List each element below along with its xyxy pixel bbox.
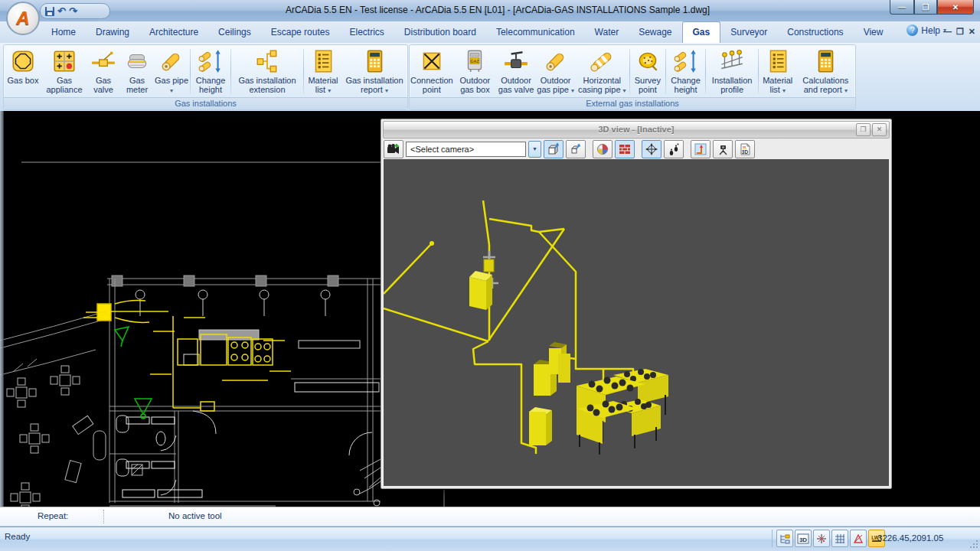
extension-icon [254, 48, 280, 74]
3d-view-toolbar: <Select camera> ▼ [384, 139, 889, 158]
select-camera-dropdown[interactable]: <Select camera> [406, 142, 526, 157]
grid-toggle[interactable] [831, 530, 848, 547]
undo-button[interactable]: ↶ [57, 5, 66, 18]
gas-pipe-button[interactable]: Gas pipe ▾ [154, 45, 189, 98]
dropdown-caret-icon: ▾ [782, 87, 786, 94]
ribbon: Gas box Gas appliance Gas valve Gas mete… [0, 43, 980, 112]
material-list-button[interactable]: Material list ▾ [305, 45, 341, 98]
footsteps-icon [668, 143, 679, 155]
change-height-button-external[interactable]: Change height [667, 45, 705, 98]
arcadia-app-window: { "window": { "title": "ArCADia 5.5 EN -… [0, 0, 980, 551]
color-sphere-icon [596, 143, 609, 155]
status-message: Ready [5, 532, 30, 541]
gas-meter-icon [124, 48, 150, 74]
tab-constructions[interactable]: Constructions [777, 21, 853, 43]
tab-electrics[interactable]: Electrics [339, 21, 394, 43]
gas-valve-button[interactable]: Gas valve [87, 45, 120, 98]
tab-home[interactable]: Home [41, 21, 86, 43]
help-menu[interactable]: ? Help ▾ [906, 24, 946, 36]
outdoor-gas-valve-button[interactable]: Outdoor gas valve [496, 45, 536, 98]
minimize-button[interactable]: — [890, 0, 914, 15]
render-colors-button[interactable] [593, 140, 612, 158]
material-list-button-external[interactable]: Material list ▾ [760, 45, 796, 98]
tab-distribution-board[interactable]: Distribution board [394, 21, 486, 43]
show-walls-button[interactable] [615, 140, 635, 158]
3d-view-title: 3D view - [Inactive] [384, 122, 889, 137]
tab-escape-routes[interactable]: Escape routes [261, 21, 340, 43]
gas-pipe-icon [158, 48, 185, 74]
doc-close-button[interactable]: ✕ [969, 24, 975, 38]
ribbon-tab-row: Home Drawing Architecture Ceilings Escap… [0, 21, 980, 43]
3d-view-title-bar[interactable]: 3D view - [Inactive] ❐ ✕ [383, 121, 890, 139]
cube-small-arrow-icon [570, 143, 582, 155]
snap-toggle[interactable] [813, 530, 830, 547]
walkthrough-button[interactable] [664, 140, 684, 158]
outdoor-gas-valve-icon [503, 48, 529, 74]
change-height-icon [198, 48, 224, 74]
tab-surveyor[interactable]: Surveyor [720, 21, 777, 43]
view-path-button[interactable] [691, 140, 710, 158]
connection-point-button[interactable]: Connection point [410, 45, 454, 98]
zoom-extents-button[interactable] [544, 140, 564, 158]
app-logo-button[interactable]: A [6, 2, 40, 35]
tab-telecommunication[interactable]: Telecommunication [486, 21, 585, 43]
maximize-button[interactable]: ❐ [914, 0, 937, 15]
3d-view-close-button[interactable]: ✕ [872, 123, 887, 136]
dropdown-caret-icon: ▾ [385, 87, 388, 94]
group-separator [629, 49, 630, 94]
horizontal-casing-pipe-button[interactable]: Horizontal casing pipe ▾ [575, 45, 629, 98]
help-label: Help [921, 25, 940, 36]
camera-spinner-button[interactable]: ▼ [528, 141, 541, 158]
installation-profile-button[interactable]: Installation profile [707, 45, 757, 98]
3d-viewport[interactable] [384, 159, 889, 486]
outdoor-gas-box-button[interactable]: Outdoor gas box [454, 45, 497, 98]
grid-icon [835, 533, 845, 544]
save-3d-icon: 3D [739, 143, 751, 155]
gas-installation-extension-button[interactable]: Gas installation extension [232, 45, 302, 98]
3d-view-toggle[interactable]: 3D [795, 530, 812, 547]
project-manager-toggle[interactable] [776, 530, 793, 547]
save-3d-view-button[interactable]: 3D [735, 140, 755, 158]
calculations-and-report-button[interactable]: Calculations and report ▾ [796, 45, 855, 98]
tab-drawing[interactable]: Drawing [86, 21, 139, 43]
camera-tripod-button[interactable] [713, 140, 733, 158]
status-bar: Ready 3D [0, 527, 980, 551]
add-camera-button[interactable] [384, 140, 403, 158]
tab-view[interactable]: View [854, 21, 893, 43]
3d-view-restore-button[interactable]: ❐ [856, 123, 871, 136]
canvas-left-edge [0, 111, 4, 507]
dropdown-caret-icon: ▾ [571, 87, 574, 94]
outdoor-gas-pipe-button[interactable]: Outdoor gas pipe ▾ [536, 45, 576, 98]
survey-point-icon [635, 48, 661, 74]
3d-view-window[interactable]: 3D view - [Inactive] ❐ ✕ <Select camera>… [381, 119, 892, 489]
tab-sewage[interactable]: Sewage [629, 21, 681, 43]
gas-appliance-button[interactable]: Gas appliance [42, 45, 87, 98]
tab-gas[interactable]: Gas [682, 21, 721, 43]
cursor-coordinates: 3226.45,2091.05 [877, 533, 943, 543]
tab-ceilings[interactable]: Ceilings [208, 21, 261, 43]
gas-box-button[interactable]: Gas box [4, 45, 42, 98]
project-tree-icon [779, 533, 790, 544]
close-button[interactable]: ✕ [937, 0, 974, 15]
gas-installation-report-button[interactable]: Gas installation report ▾ [341, 45, 407, 98]
tab-water[interactable]: Water [585, 21, 629, 43]
save-icon[interactable] [45, 7, 54, 16]
zoom-window-button[interactable] [566, 140, 586, 158]
dropdown-caret-icon: ▾ [844, 87, 848, 94]
redo-button[interactable]: ↷ [69, 5, 77, 18]
doc-minimize-button[interactable]: — [943, 24, 952, 38]
window-title: ArCADia 5.5 EN - Test license - ArCADia … [107, 0, 888, 21]
command-bar-separator [103, 510, 104, 523]
change-height-button[interactable]: Change height [191, 45, 230, 98]
orbit-button[interactable] [642, 140, 662, 158]
ribbon-group-external-gas-installations: Connection point Outdoor gas box Outdoor… [409, 44, 856, 110]
ribbon-group-gas-installations: Gas box Gas appliance Gas valve Gas mete… [3, 44, 408, 110]
doc-restore-button[interactable]: ❐ [956, 24, 964, 38]
resize-grip[interactable] [969, 539, 978, 548]
tab-architecture[interactable]: Architecture [139, 21, 208, 43]
gas-meter-button[interactable]: Gas meter [120, 45, 154, 98]
group-separator [758, 49, 759, 94]
survey-point-button[interactable]: Survey point [631, 45, 665, 98]
casing-pipe-icon [589, 48, 615, 74]
ortho-toggle[interactable] [850, 530, 867, 547]
